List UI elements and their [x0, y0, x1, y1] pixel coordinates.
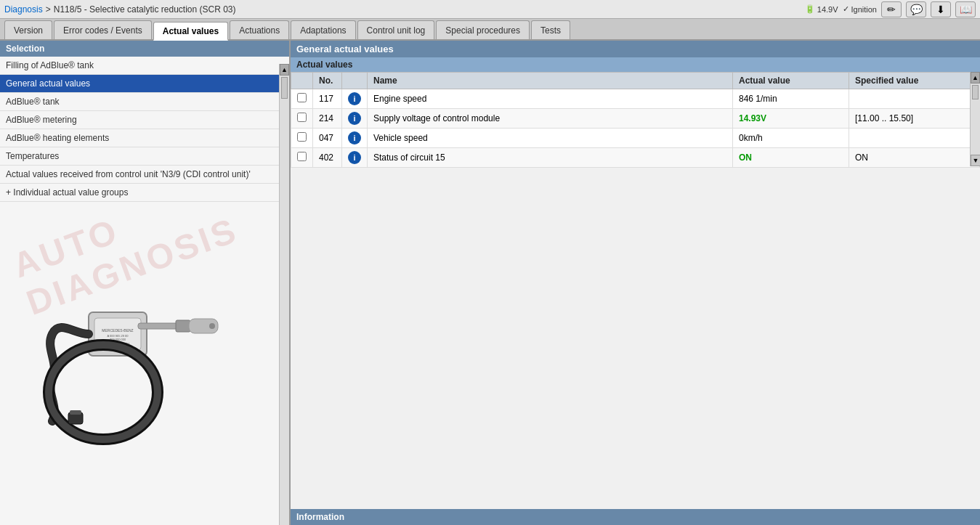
main-area: Selection Filling of AdBlue® tank Genera… — [0, 41, 980, 525]
tab-adaptations[interactable]: Adaptations — [291, 20, 355, 39]
row2-info-icon[interactable]: i — [348, 112, 361, 125]
row4-checkbox-cell — [291, 148, 313, 168]
row3-checkbox[interactable] — [297, 132, 307, 142]
row2-name: Supply voltage of control module — [368, 109, 733, 129]
ignition-label: Ignition — [851, 5, 877, 14]
pen-button[interactable]: ✏ — [881, 1, 902, 17]
selection-header-label: Selection — [6, 44, 44, 54]
row2-actual: 14.93V — [733, 109, 849, 129]
top-bar: Diagnosis > N118/5 - Selective catalytic… — [0, 0, 980, 19]
breadcrumb-arrow: > — [46, 4, 51, 15]
row2-checkbox[interactable] — [297, 113, 307, 122]
left-image-area: AUTODIAGNOSIS MERCEDES-BENZ A 000 905 29… — [0, 186, 279, 525]
right-content: No. Name Actual value Specified value — [291, 72, 980, 525]
row4-checkbox[interactable] — [297, 152, 307, 161]
breadcrumb-title: N118/5 - Selective catalytic reduction (… — [54, 4, 236, 15]
table-scroll-thumb[interactable] — [972, 85, 979, 99]
table-row: 402 i Status of circuit 15 ON ON — [291, 148, 980, 168]
svg-rect-7 — [138, 323, 182, 329]
row4-specified: ON — [849, 148, 980, 168]
row1-no: 117 — [313, 89, 342, 109]
tab-control-unit-log[interactable]: Control unit log — [357, 20, 435, 39]
svg-rect-8 — [176, 320, 190, 332]
battery-value: 14.9V — [817, 5, 838, 14]
svg-text:MERCEDES-BENZ: MERCEDES-BENZ — [102, 328, 133, 333]
tabs-bar: Version Error codes / Events Actual valu… — [0, 19, 980, 41]
row4-info-icon[interactable]: i — [348, 151, 361, 164]
tab-version[interactable]: Version — [4, 20, 52, 39]
table-row: 214 i Supply voltage of control module 1… — [291, 109, 980, 129]
svg-rect-14 — [70, 410, 81, 415]
actual-values-subheader: Actual values — [291, 57, 980, 72]
row3-specified — [849, 129, 980, 148]
row3-checkbox-cell — [291, 129, 313, 148]
row1-specified — [849, 89, 980, 109]
row1-checkbox[interactable] — [297, 93, 307, 102]
book-button[interactable]: 📖 — [955, 1, 976, 17]
selection-item-tank[interactable]: AdBlue® tank — [0, 93, 289, 111]
table-header-row: No. Name Actual value Specified value — [291, 73, 980, 89]
col-specified-value: Specified value — [849, 73, 980, 89]
col-no: No. — [313, 73, 342, 89]
row2-info-cell: i — [342, 109, 368, 129]
info-bar-wrapper: Information — [291, 509, 980, 525]
ignition-indicator: ✓ Ignition — [843, 4, 877, 14]
right-panel-header: General actual values — [291, 41, 980, 57]
selection-item-filling[interactable]: Filling of AdBlue® tank — [0, 57, 289, 75]
tab-special-procedures[interactable]: Special procedures — [436, 20, 530, 39]
table-scroll-up[interactable]: ▲ — [971, 72, 980, 84]
col-actual-value: Actual value — [733, 73, 849, 89]
row1-info-cell: i — [342, 89, 368, 109]
row3-info-icon[interactable]: i — [348, 131, 361, 145]
selection-item-temperatures[interactable]: Temperatures — [0, 147, 289, 166]
actual-values-subheader-label: Actual values — [296, 60, 352, 70]
tab-actuations[interactable]: Actuations — [230, 20, 289, 39]
svg-point-12 — [49, 345, 158, 439]
tab-tests[interactable]: Tests — [531, 20, 570, 39]
tab-error-codes[interactable]: Error codes / Events — [54, 20, 152, 39]
table-row: 117 i Engine speed 846 1/min — [291, 89, 980, 109]
row2-specified: [11.00 .. 15.50] — [849, 109, 980, 129]
row4-name: Status of circuit 15 — [368, 148, 733, 168]
left-scrollbar[interactable]: ▲ — [279, 64, 289, 525]
selection-item-metering[interactable]: AdBlue® metering — [0, 111, 289, 129]
top-right-icons: 🔋 14.9V ✓ Ignition ✏ 💬 ⬇ 📖 — [805, 1, 976, 17]
info-bar-label: Information — [296, 512, 344, 522]
selection-item-heating[interactable]: AdBlue® heating elements — [0, 129, 289, 147]
nox-sensor-image: MERCEDES-BENZ A 000 905 29 00 Z09.000.00… — [31, 254, 248, 457]
row4-actual: ON — [733, 148, 849, 168]
svg-point-10 — [209, 323, 215, 329]
col-info — [342, 73, 368, 89]
chat-button[interactable]: 💬 — [906, 1, 926, 17]
table-wrapper: No. Name Actual value Specified value — [291, 72, 980, 168]
breadcrumb-link[interactable]: Diagnosis — [4, 4, 43, 15]
download-button[interactable]: ⬇ — [931, 1, 951, 17]
row2-checkbox-cell — [291, 109, 313, 129]
tab-actual-values[interactable]: Actual values — [153, 22, 228, 41]
table-scrollbar[interactable]: ▲ ▼ — [970, 72, 980, 166]
info-bar: Information — [291, 509, 980, 525]
values-table: No. Name Actual value Specified value — [291, 72, 980, 168]
col-checkbox — [291, 73, 313, 89]
row1-info-icon[interactable]: i — [348, 92, 361, 105]
left-panel-header: Selection — [0, 41, 289, 57]
row1-checkbox-cell — [291, 89, 313, 109]
right-panel: General actual values Actual values No. … — [291, 41, 980, 525]
row3-info-cell: i — [342, 129, 368, 148]
table-scroll-down[interactable]: ▼ — [971, 155, 980, 166]
selection-item-general[interactable]: General actual values — [0, 75, 289, 93]
left-panel: Selection Filling of AdBlue® tank Genera… — [0, 41, 291, 525]
row4-info-cell: i — [342, 148, 368, 168]
scroll-up-btn[interactable]: ▲ — [280, 64, 289, 76]
ignition-check-icon: ✓ — [843, 4, 849, 14]
right-panel-header-label: General actual values — [296, 44, 394, 54]
battery-indicator: 🔋 14.9V — [805, 4, 838, 14]
row3-no: 047 — [313, 129, 342, 148]
scroll-thumb[interactable] — [281, 77, 288, 99]
col-name: Name — [368, 73, 733, 89]
row4-no: 402 — [313, 148, 342, 168]
selection-item-control-unit[interactable]: Actual values received from control unit… — [0, 166, 289, 184]
row1-name: Engine speed — [368, 89, 733, 109]
row2-no: 214 — [313, 109, 342, 129]
row1-actual: 846 1/min — [733, 89, 849, 109]
